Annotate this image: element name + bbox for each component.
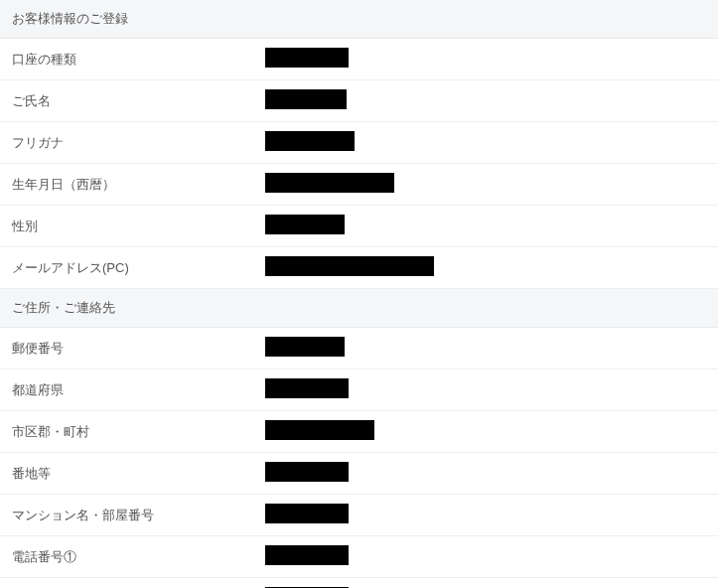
label-email: メールアドレス(PC) [12,259,265,277]
row-block-number: 番地等 [0,453,718,495]
value-block-number [265,462,706,485]
row-postal-code: 郵便番号 [0,328,718,369]
label-block-number: 番地等 [12,465,265,483]
redacted-block [265,545,349,565]
value-account-type [265,48,706,71]
row-birthdate: 生年月日（西暦） [0,164,718,206]
value-phone-1 [265,545,706,568]
label-building-name: マンション名・部屋番号 [12,507,265,524]
value-city [265,420,706,443]
section-title: ご住所・ご連絡先 [12,300,115,315]
row-account-type: 口座の種類 [0,39,718,80]
value-building-name [265,504,706,526]
value-email [265,256,706,279]
label-phone-1: 電話番号① [12,548,265,566]
redacted-block [265,89,347,109]
label-postal-code: 郵便番号 [12,340,265,358]
row-email: メールアドレス(PC) [0,247,718,289]
redacted-block [265,215,345,234]
redacted-block [265,378,349,398]
value-furigana [265,131,706,154]
row-gender: 性別 [0,206,718,247]
row-city: 市区郡・町村 [0,411,718,453]
row-name: ご氏名 [0,80,718,122]
redacted-block [265,256,434,276]
value-name [265,89,706,112]
redacted-block [265,173,394,193]
redacted-block [265,462,349,482]
label-city: 市区郡・町村 [12,423,265,441]
label-birthdate: 生年月日（西暦） [12,176,265,194]
label-account-type: 口座の種類 [12,51,265,69]
redacted-block [265,504,349,523]
redacted-block [265,420,374,440]
section-title: お客様情報のご登録 [12,11,128,26]
value-gender [265,215,706,237]
redacted-block [265,337,345,357]
redacted-block [265,131,355,151]
row-furigana: フリガナ [0,122,718,164]
row-building-name: マンション名・部屋番号 [0,495,718,536]
label-furigana: フリガナ [12,134,265,152]
value-postal-code [265,337,706,360]
value-birthdate [265,173,706,196]
section-header-address-contact: ご住所・ご連絡先 [0,289,718,328]
section-header-customer-info: お客様情報のご登録 [0,0,718,39]
value-prefecture [265,378,706,401]
label-name: ご氏名 [12,92,265,110]
label-gender: 性別 [12,218,265,235]
row-prefecture: 都道府県 [0,369,718,411]
redacted-block [265,48,349,68]
row-phone-1: 電話番号① [0,536,718,578]
row-phone-2: 電話番号② [0,578,718,588]
label-prefecture: 都道府県 [12,381,265,399]
